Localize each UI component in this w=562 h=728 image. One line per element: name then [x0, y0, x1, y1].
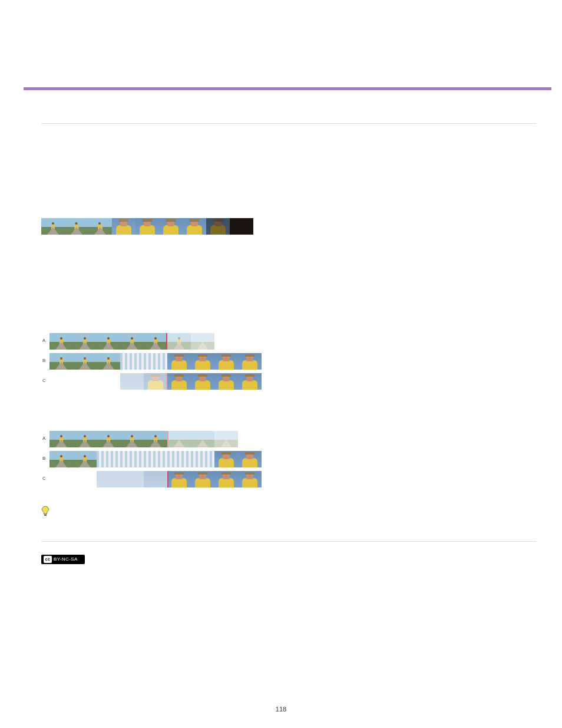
frame — [120, 373, 144, 390]
frame — [97, 451, 120, 467]
filmstrip-row-c: C — [49, 373, 536, 390]
sub2-body: A hard cut simply switches from one clip… — [41, 297, 536, 327]
frame — [191, 353, 214, 370]
frame — [73, 431, 97, 447]
filmstrip-row-c2: C — [49, 471, 536, 487]
frame — [167, 451, 191, 467]
frame — [49, 431, 73, 447]
frame — [238, 353, 262, 370]
frame — [49, 451, 73, 467]
frame — [167, 333, 191, 350]
frame — [120, 333, 144, 350]
frame — [73, 333, 97, 350]
frame — [144, 373, 167, 390]
frame — [214, 471, 238, 487]
frame — [73, 353, 97, 370]
frame — [214, 451, 238, 467]
frame — [144, 471, 167, 487]
frame — [120, 451, 144, 467]
frame — [97, 333, 120, 350]
filmstrip-row-b2: B — [49, 451, 536, 467]
sub1-caption: Dissolve transition spanning the overlap… — [41, 238, 536, 245]
page-number: 118 — [276, 706, 286, 713]
bottom-divider — [41, 541, 536, 542]
sub1-body: A transition appears on its own short st… — [41, 182, 536, 212]
sub2-body2: Lengthening the dissolve softens the cha… — [41, 404, 536, 425]
svg-rect-1 — [44, 515, 47, 516]
frame — [167, 431, 191, 447]
frame — [238, 373, 262, 390]
license-row: ccBY-NC-SA This page is licensed under C… — [41, 552, 536, 564]
top-divider — [41, 123, 536, 124]
tip-text: Tip: for most narrative edits a simple c… — [55, 506, 536, 526]
frame — [214, 353, 238, 370]
section-title: Transitions — [41, 97, 536, 113]
frame — [144, 451, 167, 467]
row-label-c2: C — [42, 476, 51, 481]
frame — [144, 333, 167, 350]
caption-triple-1: A: outgoing clip fading out — B: dissolv… — [41, 393, 536, 400]
frame — [49, 353, 73, 370]
lightbulb-icon — [41, 506, 49, 516]
page-content: Transitions Transitions control how one … — [41, 97, 536, 564]
frame — [144, 353, 167, 370]
frame — [97, 431, 120, 447]
frame — [183, 218, 206, 235]
frame — [230, 218, 253, 235]
frame — [238, 451, 262, 467]
caption-triple-2: Same three rows with a longer eight-fram… — [41, 491, 536, 498]
filmstrip-row-a: A — [49, 333, 536, 350]
frame — [65, 218, 88, 235]
filmstrip-row-a2: A — [49, 431, 536, 447]
tip-row: Tip: for most narrative edits a simple c… — [41, 506, 536, 526]
license-line: This page is licensed under Creative Com… — [92, 554, 365, 562]
header-rule — [24, 87, 551, 90]
frame — [49, 333, 73, 350]
frame — [167, 471, 191, 487]
frame — [112, 218, 135, 235]
cc-text: BY-NC-SA — [54, 556, 78, 562]
frame — [97, 471, 120, 487]
frame — [120, 353, 144, 370]
intro-para: Transitions control how one clip replace… — [41, 134, 536, 155]
sub1-heading: Transition clip on the timeline — [41, 167, 536, 176]
frame — [88, 218, 112, 235]
frame — [167, 353, 191, 370]
frame — [73, 451, 97, 467]
frame — [120, 471, 144, 487]
frame — [120, 431, 144, 447]
frame — [214, 373, 238, 390]
svg-rect-0 — [44, 514, 47, 515]
frame — [144, 431, 167, 447]
frame — [41, 218, 65, 235]
frame — [191, 451, 214, 467]
frame — [191, 471, 214, 487]
filmstrip-row-b: B — [49, 353, 536, 370]
frame — [214, 431, 238, 447]
sub2-heading: Cuts versus dissolves — [41, 282, 536, 291]
row-label-c: C — [42, 378, 51, 383]
frame — [238, 471, 262, 487]
frame — [167, 373, 191, 390]
frame — [206, 218, 230, 235]
frame — [97, 353, 120, 370]
frame — [191, 431, 214, 447]
frame — [191, 333, 214, 350]
frame — [135, 218, 159, 235]
frame — [191, 373, 214, 390]
frame — [159, 218, 183, 235]
cc-badge-icon: ccBY-NC-SA — [41, 555, 85, 564]
filmstrip-single — [41, 218, 536, 235]
sub1-body2: To add a transition, place two clips so … — [41, 249, 536, 270]
